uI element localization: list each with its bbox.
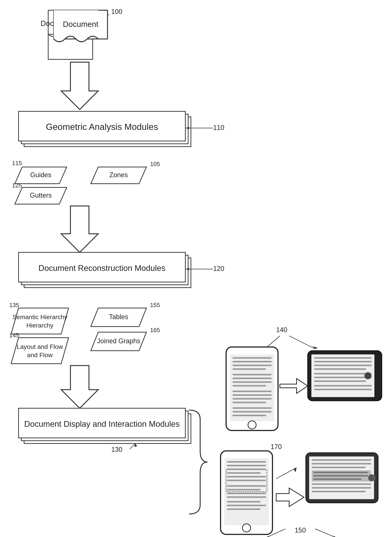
phone-2 <box>308 351 382 401</box>
ref-165-label: 165 <box>150 327 160 333</box>
svg-rect-91 <box>312 463 371 465</box>
ref-155-label: 155 <box>150 302 160 308</box>
arrow-geometric-to-reconstruction <box>61 206 98 252</box>
svg-rect-75 <box>227 476 266 477</box>
svg-rect-76 <box>227 480 266 481</box>
svg-marker-22 <box>11 338 69 364</box>
ref-130-label: 130 <box>111 446 122 453</box>
svg-rect-45 <box>233 381 271 383</box>
guides-shape: Guides <box>15 167 67 184</box>
zones-label: Zones <box>109 171 128 179</box>
svg-rect-83 <box>227 508 260 510</box>
svg-rect-99 <box>312 491 365 492</box>
svg-rect-64 <box>314 380 366 382</box>
ref-140-label: 140 <box>276 326 287 334</box>
ref-150-label: 150 <box>295 526 306 534</box>
svg-rect-44 <box>233 378 271 379</box>
svg-rect-49 <box>233 398 271 399</box>
gutters-label: Gutters <box>30 191 52 199</box>
ref-145-label: 145 <box>9 332 19 339</box>
svg-rect-95 <box>313 475 368 476</box>
svg-rect-94 <box>313 472 368 473</box>
semantic-hierarchy-label: Semantic Hierarchy <box>12 314 67 320</box>
ref-100-label: 100 <box>111 8 122 15</box>
reconstruction-label: Document Reconstruction Modules <box>38 263 166 273</box>
tables-shape: Tables <box>91 308 146 327</box>
svg-rect-48 <box>233 394 271 396</box>
phone-4 <box>306 453 378 503</box>
phone-1 <box>226 347 278 431</box>
svg-rect-71 <box>227 461 266 463</box>
svg-marker-55 <box>280 379 308 393</box>
svg-marker-102 <box>265 536 268 537</box>
semantic-hierarchy-shape: Semantic Hierarchy Hierarchy <box>11 308 69 334</box>
svg-rect-96 <box>313 478 361 480</box>
svg-rect-61 <box>314 368 366 370</box>
svg-rect-50 <box>233 402 266 403</box>
ref-125-label: 125 <box>12 182 22 189</box>
ref-105-label: 105 <box>150 161 160 167</box>
svg-text:Hierarchy: Hierarchy <box>26 322 53 329</box>
svg-rect-60 <box>314 365 372 366</box>
svg-rect-79 <box>227 493 266 494</box>
svg-rect-81 <box>227 501 260 503</box>
svg-line-35 <box>289 336 315 349</box>
svg-rect-47 <box>233 391 271 392</box>
tables-label: Tables <box>109 313 128 321</box>
svg-line-85 <box>276 468 297 479</box>
svg-rect-41 <box>233 365 271 366</box>
svg-rect-97 <box>312 483 371 485</box>
svg-rect-52 <box>233 411 271 413</box>
ref-135-label: 135 <box>9 302 19 308</box>
svg-rect-72 <box>227 465 266 466</box>
ref-170-label: 170 <box>271 443 282 451</box>
diagram-container: text { font-family: Arial, sans-serif; f… <box>0 0 392 537</box>
svg-line-103 <box>315 529 337 537</box>
svg-rect-62 <box>314 373 372 375</box>
svg-rect-53 <box>233 415 266 416</box>
svg-rect-58 <box>314 357 372 359</box>
svg-rect-63 <box>314 377 372 378</box>
display-label: Document Display and Interaction Modules <box>24 419 180 428</box>
svg-rect-51 <box>233 407 271 409</box>
svg-rect-40 <box>233 361 271 362</box>
ref-115-label: 115 <box>12 160 22 166</box>
svg-rect-92 <box>312 467 365 468</box>
svg-marker-104 <box>334 536 337 537</box>
svg-rect-65 <box>314 385 372 386</box>
diagram-svg: text { font-family: Arial, sans-serif; f… <box>0 0 392 537</box>
svg-point-54 <box>248 421 256 429</box>
svg-rect-78 <box>227 489 260 490</box>
svg-rect-77 <box>227 485 266 487</box>
joined-graphs-shape: Joined Graphs <box>91 332 146 351</box>
geometric-analysis-label: Geometric Analysis Modules <box>46 122 158 132</box>
svg-rect-66 <box>314 389 372 390</box>
svg-marker-87 <box>276 488 304 507</box>
svg-text:and Flow: and Flow <box>27 352 53 358</box>
svg-point-84 <box>243 524 251 532</box>
svg-marker-27 <box>61 366 98 408</box>
svg-marker-5 <box>61 62 98 109</box>
layout-flow-label: Layout and Flow <box>17 343 63 350</box>
arrow-reconstruction-to-display <box>61 366 98 408</box>
ref-120-label: 120 <box>213 265 224 272</box>
svg-rect-46 <box>233 385 266 386</box>
svg-rect-82 <box>227 505 266 506</box>
svg-rect-74 <box>227 472 260 474</box>
svg-marker-36 <box>312 346 318 349</box>
svg-marker-20 <box>11 308 69 334</box>
phone-3 <box>220 451 272 534</box>
svg-rect-98 <box>312 487 371 489</box>
svg-point-100 <box>368 475 375 481</box>
svg-rect-43 <box>233 374 271 375</box>
svg-rect-39 <box>233 357 271 359</box>
ref-110-label: 110 <box>213 124 224 131</box>
joined-graphs-label: Joined Graphs <box>97 337 140 345</box>
zones-shape: Zones <box>91 167 146 184</box>
arrow-doc-to-geometric <box>61 62 98 109</box>
svg-rect-42 <box>233 368 266 370</box>
layout-flow-shape: Layout and Flow and Flow <box>11 338 69 364</box>
document-text: Document <box>63 20 98 29</box>
svg-marker-14 <box>61 206 98 252</box>
gutters-shape: Gutters <box>15 187 67 204</box>
